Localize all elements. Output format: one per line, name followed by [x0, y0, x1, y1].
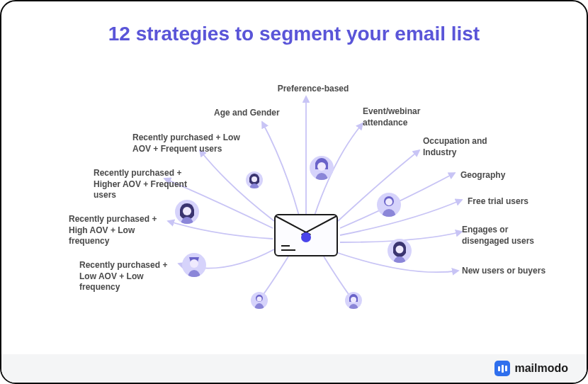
strategy-label: Recently purchased + Low AOV + Low frequ…: [79, 260, 186, 293]
avatar-icon: [182, 253, 206, 277]
brand-logo-text: mailmodo: [514, 362, 568, 375]
strategy-label: Free trial users: [468, 196, 553, 208]
svg-point-2: [317, 162, 326, 171]
strategy-label: Age and Gender: [214, 108, 299, 119]
avatar-icon: [310, 156, 334, 180]
strategy-label: Recently purchased + Low AOV + Frequent …: [132, 132, 246, 154]
svg-point-9: [190, 259, 198, 268]
svg-point-4: [385, 198, 392, 205]
avatar-icon: [246, 171, 263, 188]
svg-point-5: [396, 246, 404, 254]
strategy-label: Preference-based: [264, 84, 363, 95]
brand-logo-icon: [494, 361, 510, 376]
avatar-icon: [175, 200, 199, 224]
avatar-icon: [388, 239, 412, 263]
svg-point-0: [183, 207, 191, 215]
footer-bar: mailmodo: [1, 354, 587, 383]
strategy-label: Engages or disengaged users: [462, 225, 554, 247]
strategy-label: Occupation and Industry: [423, 136, 515, 158]
avatar-icon: [377, 193, 401, 217]
svg-point-8: [257, 297, 262, 302]
svg-point-1: [251, 176, 257, 182]
diagram-stage: Age and Gender Recently purchased + Low …: [1, 79, 587, 341]
diagram-title: 12 strategies to segment your email list: [1, 23, 587, 45]
strategy-label: New users or buyers: [462, 266, 561, 277]
diagram-card: 12 strategies to segment your email list: [0, 0, 588, 384]
envelope-icon: [274, 214, 338, 256]
svg-point-6: [351, 297, 356, 303]
avatar-icon: [345, 292, 362, 309]
strategy-label: Recently purchased + High AOV + Low freq…: [69, 214, 175, 247]
brand-logo: mailmodo: [494, 361, 568, 376]
strategy-label: Geography: [460, 170, 545, 181]
strategy-label: Event/webinar attendance: [363, 106, 448, 128]
avatar-icon: [251, 292, 268, 309]
strategy-label: Recently purchased + Higher AOV + Freque…: [94, 168, 200, 201]
